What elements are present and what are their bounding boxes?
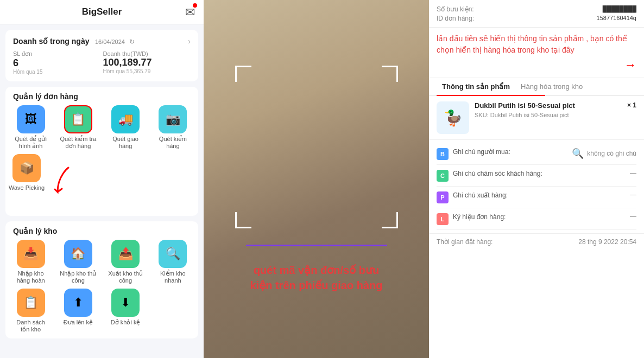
wave-picking-button[interactable]: 📦 Wave Picking <box>9 154 45 191</box>
quick-inventory-label: Kiểm kho nhanh <box>154 270 192 284</box>
arrow-annotation: → <box>624 58 636 72</box>
tabs-row: Thông tin sản phẩm Hàng hóa trong kho <box>429 78 644 96</box>
scan-line <box>246 245 387 246</box>
scanner-panel: quét mã vận đơn/số bưu kiện trên phiếu g… <box>204 0 429 358</box>
import-return-label: Nhập kho hàng hoàn <box>12 270 50 284</box>
sales-grid: SL đơn 6 Hôm qua 15 Doanh thu(TWD) 100,1… <box>13 50 191 75</box>
care-note-value: — <box>630 169 636 177</box>
order-symbol-avatar: L <box>437 213 449 225</box>
put-on-shelf-label: Đưa lên kệ <box>64 319 93 326</box>
quick-inventory-button[interactable]: 🔍 Kiểm kho nhanh <box>151 240 195 284</box>
refresh-icon[interactable]: ↻ <box>129 38 135 46</box>
tab-product-info[interactable]: Thông tin sản phẩm <box>437 78 515 95</box>
scanner-overlay: quét mã vận đơn/số bưu kiện trên phiếu g… <box>204 0 429 358</box>
daily-sales-card: Doanh số trong ngày 16/04/2024 ↻ › SL đơ… <box>5 30 198 81</box>
manual-import-label: Nhập kho thủ công <box>59 270 97 284</box>
inventory-list-button[interactable]: 📋 Danh sách tồn kho <box>9 289 53 333</box>
right-panel: Số bưu kiện: ████████ ID đơn hàng: 15877… <box>429 0 644 358</box>
orders-value: 6 <box>13 57 101 69</box>
remove-from-shelf-icon: ⬇ <box>111 289 140 317</box>
mail-icon[interactable]: ✉ <box>185 5 195 20</box>
manual-import-icon: 🏠 <box>64 240 92 268</box>
product-quantity: × 1 <box>627 101 636 134</box>
wave-picking-icon: 📦 <box>12 154 41 182</box>
order-symbol-value: — <box>630 213 636 220</box>
care-note-row: C Ghi chú chăm sóc khách hàng: — <box>437 165 636 187</box>
corner-bottom-right <box>382 212 398 228</box>
order-symbol-label: Ký hiệu đơn hàng: <box>453 213 506 222</box>
order-management-section: Quản lý đơn hàng 🖼 Quét để gửi hình ảnh … <box>5 87 198 216</box>
remove-from-shelf-label: Dở khỏi kệ <box>111 319 141 326</box>
revenue-stat: Doanh thu(TWD) 100,189.77 Hôm qua 55,365… <box>103 50 191 75</box>
order-id-row: ID đơn hàng: 15877160414q <box>437 15 636 22</box>
daily-sales-header: Doanh số trong ngày 16/04/2024 ↻ › <box>13 36 191 46</box>
orders-prev: Hôm qua 15 <box>13 69 101 75</box>
warehouse-management-grid-2: 📋 Danh sách tồn kho ⬆ Đưa lên kệ ⬇ Dở kh… <box>9 289 195 333</box>
product-card: 🦆 Dukbil Putih isi 50-Sesuai pict SKU: D… <box>429 96 644 140</box>
scan-deliver-icon: 🚚 <box>111 105 140 133</box>
corner-bottom-left <box>235 212 251 228</box>
manual-export-icon: 📤 <box>111 240 140 268</box>
scan-check-goods-button[interactable]: 📷 Quét kiểm hàng <box>151 105 195 150</box>
corner-top-right <box>382 66 398 82</box>
scan-check-goods-label: Quét kiểm hàng <box>154 136 192 150</box>
product-image: 🦆 <box>437 101 469 134</box>
tracking-row: Số bưu kiện: ████████ <box>437 5 636 13</box>
wave-picking-label: Wave Picking <box>9 184 45 191</box>
scan-check-order-icon: 📋 <box>64 105 92 133</box>
order-id-label: ID đơn hàng: <box>437 15 474 22</box>
warehouse-management-title: Quản lý kho <box>9 227 195 240</box>
scan-check-order-button[interactable]: 📋 Quét kiểm tra đơn hàng <box>56 105 100 150</box>
warehouse-management-section: Quản lý kho 📥 Nhập kho hàng hoàn 🏠 Nhập … <box>5 221 198 339</box>
scan-deliver-button[interactable]: 🚚 Quét giao hàng <box>104 105 148 150</box>
product-name: Dukbil Putih isi 50-Sesuai pict <box>475 101 622 110</box>
order-management-title: Quản lý đơn hàng <box>9 92 195 105</box>
app-title: BigSeller <box>82 7 122 17</box>
mail-badge <box>193 3 197 8</box>
order-time-label: Thời gian đặt hàng: <box>437 238 493 246</box>
corner-top-left <box>235 66 251 82</box>
export-note-label: Ghi chú xuất hàng: <box>453 191 508 200</box>
warehouse-management-grid: 📥 Nhập kho hàng hoàn 🏠 Nhập kho thủ công… <box>9 240 195 284</box>
left-panel: BigSeller ✉ Doanh số trong ngày 16/04/20… <box>0 0 204 358</box>
export-note-value: — <box>630 191 636 199</box>
orders-stat: SL đơn 6 Hôm qua 15 <box>13 50 101 75</box>
app-header: BigSeller ✉ <box>0 0 204 24</box>
manual-import-button[interactable]: 🏠 Nhập kho thủ công <box>56 240 100 284</box>
scan-instruction-text: quét mã vận đơn/số bưu kiện trên phiếu g… <box>239 263 394 293</box>
tooltip-text: lần đầu tiên sẽ hiển thị thông tin sản p… <box>437 33 636 56</box>
scan-check-order-label: Quét kiểm tra đơn hàng <box>59 136 97 150</box>
wave-picking-row: 📦 Wave Picking <box>9 150 195 191</box>
manual-export-label: Xuất kho thủ công <box>106 270 144 284</box>
put-on-shelf-icon: ⬆ <box>64 289 92 317</box>
remove-from-shelf-button[interactable]: ⬇ Dở khỏi kệ <box>104 289 148 333</box>
scan-deliver-label: Quét giao hàng <box>106 136 144 150</box>
search-icon[interactable]: 🔍 <box>572 148 584 159</box>
order-id-value: 15877160414q <box>597 15 636 22</box>
product-info: Dukbil Putih isi 50-Sesuai pict SKU: Duk… <box>475 101 622 134</box>
tooltip-box: lần đầu tiên sẽ hiển thị thông tin sản p… <box>429 28 644 78</box>
arrow-right-icon[interactable]: › <box>188 37 191 46</box>
scan-send-image-icon: 🖼 <box>17 105 45 133</box>
scan-send-image-button[interactable]: 🖼 Quét để gửi hình ảnh <box>9 105 53 150</box>
tab-warehouse-goods[interactable]: Hàng hóa trong kho <box>515 78 588 95</box>
import-return-button[interactable]: 📥 Nhập kho hàng hoàn <box>9 240 53 284</box>
revenue-value: 100,189.77 <box>103 57 191 68</box>
scan-frame <box>235 66 398 228</box>
order-info-section: Số bưu kiện: ████████ ID đơn hàng: 15877… <box>429 0 644 28</box>
orders-label: SL đơn <box>13 50 101 57</box>
notes-section: B Ghi chú người mua: 🔍 không có ghi chú … <box>429 140 644 233</box>
revenue-prev: Hôm qua 55,365.79 <box>103 68 191 74</box>
revenue-label: Doanh thu(TWD) <box>103 50 191 57</box>
daily-date: 16/04/2024 <box>95 39 125 45</box>
order-management-grid: 🖼 Quét để gửi hình ảnh 📋 Quét kiểm tra đ… <box>9 105 195 150</box>
care-note-avatar: C <box>437 170 449 182</box>
inventory-list-label: Danh sách tồn kho <box>12 319 50 333</box>
order-time-value: 28 thg 9 2022 20:54 <box>578 238 636 246</box>
export-note-avatar: P <box>437 191 449 203</box>
buyer-note-value: không có ghi chú <box>587 150 636 157</box>
tracking-value: ████████ <box>603 5 636 13</box>
put-on-shelf-button[interactable]: ⬆ Đưa lên kệ <box>56 289 100 333</box>
care-note-label: Ghi chú chăm sóc khách hàng: <box>453 169 542 178</box>
manual-export-button[interactable]: 📤 Xuất kho thủ công <box>104 240 148 284</box>
